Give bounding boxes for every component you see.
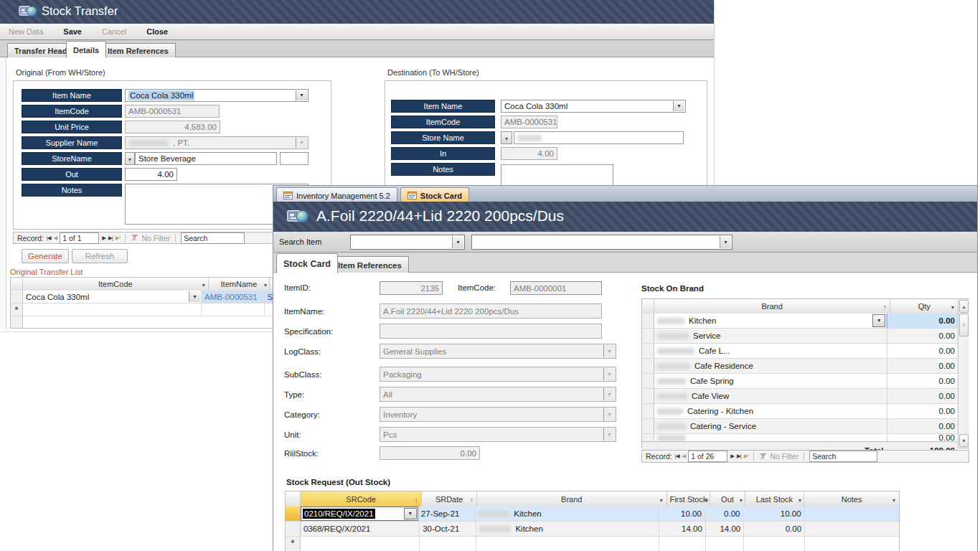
chevron-down-icon[interactable] xyxy=(720,236,731,248)
new-record-icon[interactable]: ▶* xyxy=(744,453,749,459)
col-header-first-stock[interactable]: First Stock xyxy=(667,491,711,507)
scroll-thumb[interactable]: ≡ xyxy=(959,314,969,336)
cell-empty[interactable] xyxy=(744,537,805,551)
col-header-out[interactable]: Out xyxy=(710,491,745,507)
tab-inventory-management[interactable]: Inventory Management 5.2 xyxy=(276,187,397,203)
chevron-down-icon[interactable] xyxy=(660,495,663,504)
chevron-down-icon[interactable] xyxy=(452,236,463,248)
cell-qty[interactable]: 0.00 xyxy=(887,314,958,328)
col-header-srcode[interactable]: SRCode xyxy=(301,491,423,507)
chevron-down-icon[interactable] xyxy=(892,495,895,504)
table-row[interactable]: Coca Cola 330ml AMB-0000531 S xyxy=(11,291,275,303)
cell-empty[interactable] xyxy=(476,537,659,551)
cancel-button[interactable]: Cancel xyxy=(102,27,126,36)
chevron-down-icon[interactable] xyxy=(740,495,743,504)
first-record-icon[interactable]: |◀ xyxy=(675,453,679,459)
chevron-down-icon[interactable] xyxy=(202,280,205,288)
cell-empty[interactable] xyxy=(706,537,744,551)
cell-qty[interactable]: 0.00 xyxy=(887,374,958,388)
search-input[interactable]: Search xyxy=(181,232,245,244)
storename-extra-field[interactable] xyxy=(280,152,308,165)
cell-qty[interactable]: 0.00 xyxy=(887,344,958,358)
next-record-icon[interactable]: ▶ xyxy=(730,453,734,459)
refresh-button[interactable]: Refresh xyxy=(72,249,128,263)
chevron-down-icon[interactable] xyxy=(189,291,200,302)
cell-out[interactable]: 0.00 xyxy=(705,507,744,521)
chevron-down-icon[interactable] xyxy=(798,495,801,504)
cell-brand[interactable]: Cafe Spring xyxy=(654,374,887,388)
cell-brand[interactable]: Kitchen xyxy=(475,507,659,521)
generate-button[interactable]: Generate xyxy=(22,249,69,263)
search-input[interactable]: Search xyxy=(809,451,877,462)
brand-row-partial[interactable]: 0.00 xyxy=(642,434,958,441)
brand-row[interactable]: Service 0.00 xyxy=(642,329,958,344)
row-selector[interactable] xyxy=(286,522,301,536)
new-row-selector[interactable] xyxy=(11,303,23,316)
row-selector[interactable] xyxy=(642,434,654,441)
cell-notes[interactable] xyxy=(805,507,899,521)
row-selector[interactable] xyxy=(642,374,654,388)
row-selector[interactable] xyxy=(11,291,23,303)
cell-out[interactable]: 14.00 xyxy=(706,522,744,536)
cell-empty[interactable] xyxy=(23,303,202,316)
row-selector[interactable] xyxy=(642,389,654,403)
prev-record-icon[interactable]: ◀ xyxy=(53,235,57,241)
col-header-qty[interactable]: Qty xyxy=(890,299,958,314)
new-data-button[interactable]: New Data xyxy=(9,27,43,36)
new-row-selector[interactable] xyxy=(286,537,301,551)
cell-srcode[interactable]: 0368/REQ/X/2021 xyxy=(301,522,420,536)
brand-row[interactable]: Cafe Residence 0.00 xyxy=(642,359,958,374)
vertical-scrollbar[interactable]: ▲ ≡ ▼ xyxy=(958,299,969,448)
current-row-selector[interactable] xyxy=(286,507,301,521)
chevron-down-icon[interactable] xyxy=(872,314,885,327)
cell-brand[interactable]: Cafe Residence xyxy=(654,359,887,373)
tab-item-references[interactable]: Item References xyxy=(100,43,176,57)
out-field[interactable]: 4.00 xyxy=(125,168,177,181)
item-name-combo[interactable]: Coca Cola 330ml xyxy=(125,89,308,102)
record-position[interactable]: 1 of 26 xyxy=(688,451,727,462)
brand-row[interactable]: Kitchen 0.00 xyxy=(642,314,958,329)
cell-qty[interactable]: 0.00 xyxy=(887,329,958,343)
cell-last-stock[interactable]: 0.00 xyxy=(744,522,805,536)
cell-qty[interactable]: 0.00 xyxy=(887,419,958,433)
cell-first-stock[interactable]: 14.00 xyxy=(659,522,705,536)
prev-record-icon[interactable]: ◀ xyxy=(682,453,685,459)
cell-itemcode[interactable]: Coca Cola 330ml xyxy=(23,291,202,303)
tab-details[interactable]: Details xyxy=(66,41,106,58)
brand-row[interactable]: Cafe Spring 0.00 xyxy=(642,374,958,389)
brand-row[interactable]: Catering - Service 0.00 xyxy=(642,419,958,434)
chevron-down-icon[interactable] xyxy=(264,280,267,288)
cell-first-stock[interactable]: 10.00 xyxy=(659,507,705,521)
chevron-down-icon[interactable] xyxy=(705,495,708,504)
cell-brand[interactable]: Kitchen xyxy=(476,522,659,536)
cell-brand[interactable]: Cafe L... xyxy=(654,344,887,358)
cell-srdate[interactable]: 27-Sep-21 xyxy=(418,507,476,521)
cell-itemname[interactable]: AMB-0000531 xyxy=(202,291,265,303)
brand-row[interactable]: Cafe View 0.00 xyxy=(642,389,958,404)
col-header-itemcode[interactable]: ItemCode xyxy=(23,278,209,291)
first-record-icon[interactable]: |◀ xyxy=(47,235,51,241)
cell-brand[interactable]: Kitchen xyxy=(654,314,887,328)
new-record-row[interactable] xyxy=(11,303,275,316)
brand-row[interactable]: Cafe L... 0.00 xyxy=(642,344,958,359)
cell-last-stock[interactable]: 10.00 xyxy=(743,507,804,521)
row-selector[interactable] xyxy=(642,359,654,373)
no-filter-label[interactable]: No Filter xyxy=(770,452,798,461)
storename-field[interactable]: Store Beverage xyxy=(135,152,277,165)
tab-stock-card-doc[interactable]: Stock Card xyxy=(400,187,469,203)
cell-qty[interactable]: 0.00 xyxy=(887,359,958,373)
col-header-itemname[interactable]: ItemName xyxy=(209,278,270,291)
cell-srdate[interactable]: 30-Oct-21 xyxy=(420,522,476,536)
col-header-brand[interactable]: Brand xyxy=(654,299,891,314)
storename-combo-button[interactable] xyxy=(125,152,135,165)
row-selector[interactable] xyxy=(642,329,654,343)
cell-empty[interactable] xyxy=(301,537,420,551)
cell-brand[interactable]: Cafe View xyxy=(654,389,887,403)
cell-qty[interactable]: 0.00 xyxy=(887,389,958,403)
scroll-down-icon[interactable]: ▼ xyxy=(959,434,969,447)
cell-srcode[interactable]: 0210/REQ/IX/2021 xyxy=(301,507,418,521)
chevron-down-icon[interactable] xyxy=(673,101,684,111)
request-row[interactable]: 0368/REQ/X/2021 30-Oct-21 Kitchen 14.00 … xyxy=(286,522,899,537)
cell-empty[interactable] xyxy=(805,537,899,551)
dest-store-combo-button[interactable] xyxy=(501,131,512,144)
